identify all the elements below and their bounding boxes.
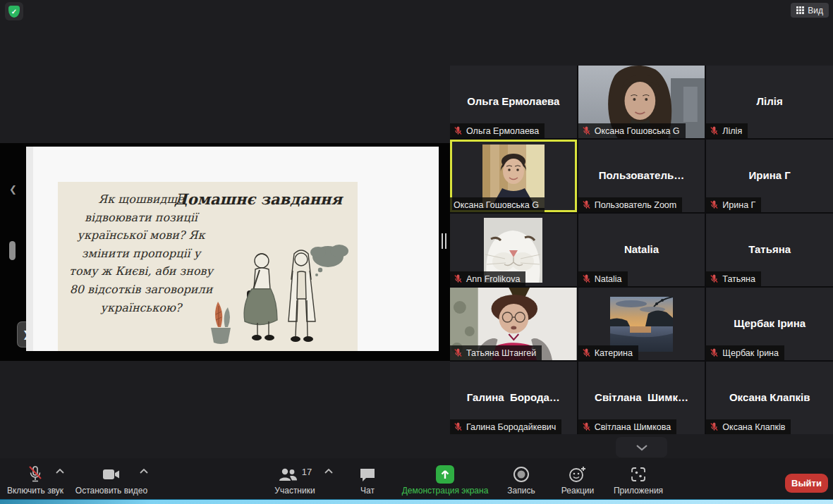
muted-mic-icon [582, 126, 591, 135]
participant-label-text: Щербак Ірина [722, 348, 779, 358]
participant-tile[interactable]: Ann Frolikova [450, 214, 577, 286]
participant-name-label: Оксана Клапків [706, 419, 791, 434]
participant-display-name: Татьяна [706, 243, 833, 255]
participant-tile[interactable]: Галина Борода… Галина Бородайкевич [450, 362, 577, 434]
slide-title: Домашнє завдання [174, 190, 342, 208]
participant-display-name: Щербак Ірина [706, 317, 833, 329]
participant-name-label: Світлана Шимкова [578, 419, 677, 434]
unmute-label: Включить звук [7, 486, 63, 496]
participants-icon [278, 467, 298, 481]
plant-icon [211, 302, 231, 344]
participant-tile[interactable]: Оксана Клапків Оксана Клапків [706, 362, 833, 434]
security-button[interactable]: ✓ [5, 2, 23, 20]
muted-mic-icon [710, 200, 719, 209]
participants-options-chevron-icon[interactable] [324, 469, 333, 474]
participant-tile[interactable]: Татьяна Штангей [450, 288, 577, 360]
apps-label: Приложения [614, 486, 663, 496]
participant-display-name: Ирина Г [706, 169, 833, 181]
participant-display-name: Світлана Шимк… [578, 391, 705, 403]
participant-tile[interactable]: Світлана Шимк… Світлана Шимкова [578, 362, 705, 434]
muted-mic-icon [710, 348, 719, 357]
shared-screen-region: ❮ ❯ Як щошвидше відвоювати позиції украї… [0, 143, 450, 361]
participants-label: Участники [274, 486, 315, 496]
record-icon [513, 466, 530, 483]
zoom-meeting-window: ✓ Вид ❮ ❯ Як щошвидше відвоювати позиції… [0, 0, 833, 504]
apps-button[interactable]: Приложения [604, 465, 673, 496]
participant-tile[interactable]: Катерина [578, 288, 705, 360]
leave-meeting-button[interactable]: Выйти [785, 474, 828, 493]
participants-button[interactable]: 17 Участники [267, 465, 323, 496]
previous-slide-chevron-icon[interactable]: ❮ [9, 184, 17, 195]
thought-bubble-icon [310, 245, 348, 276]
participant-display-name: Пользователь… [578, 169, 705, 181]
panel-resize-handle[interactable] [442, 233, 446, 249]
participant-display-name: Оксана Клапків [706, 391, 833, 403]
muted-mic-icon [710, 274, 719, 283]
slide-card: Як щошвидше відвоювати позиції українськ… [58, 182, 358, 351]
camera-icon [102, 468, 121, 481]
participant-name-label: Галина Бородайкевич [450, 419, 561, 434]
security-shield-icon: ✓ [8, 6, 20, 18]
participant-tile[interactable]: Ольга Ермолаева Ольга Ермолаева [450, 66, 577, 138]
participant-label-text: Пользователь Zoom [595, 200, 677, 210]
participant-name-label: Татьяна [706, 271, 761, 286]
participant-name-label: Оксана Гошовська G [578, 123, 686, 138]
muted-mic-icon [582, 422, 591, 431]
view-button-label: Вид [808, 6, 823, 16]
participant-tile[interactable]: Ирина Г Ирина Г [706, 140, 833, 212]
participant-tile[interactable]: Лілія Лілія [706, 66, 833, 138]
participant-tile[interactable]: Natalia Natalia [578, 214, 705, 286]
share-screen-button[interactable]: Демонстрация экрана [395, 465, 495, 496]
participant-name-label: Ирина Г [706, 197, 761, 212]
view-button[interactable]: Вид [791, 3, 829, 18]
participants-gallery: Ольга Ермолаева Ольга Ермолаева [450, 66, 833, 434]
participant-name-label: Катерина [578, 345, 638, 360]
participant-tile[interactable]: Татьяна Татьяна [706, 214, 833, 286]
share-scrollbar-handle[interactable] [9, 241, 16, 260]
record-label: Запись [507, 486, 535, 496]
muted-mic-icon [710, 126, 719, 135]
participant-label-text: Оксана Клапків [722, 422, 785, 432]
participant-name-label: Ann Frolikova [450, 271, 525, 286]
presentation-page: Як щошвидше відвоювати позиції українськ… [26, 147, 439, 351]
reactions-button[interactable]: Реакции [553, 465, 602, 496]
participants-count: 17 [302, 467, 312, 477]
participant-label-text: Ирина Г [722, 200, 755, 210]
participant-tile[interactable]: Щербак Ірина Щербак Ірина [706, 288, 833, 360]
apps-icon [630, 466, 647, 483]
gallery-grid-icon [796, 6, 804, 14]
participant-display-name: Ольга Ермолаева [450, 95, 577, 107]
participant-tile[interactable]: Оксана Гошовська G [578, 66, 705, 138]
participant-label-text: Галина Бородайкевич [466, 422, 556, 432]
chat-button[interactable]: Чат [347, 465, 388, 496]
reactions-label: Реакции [561, 486, 594, 496]
share-screen-icon [436, 465, 454, 484]
participant-tile-active-speaker[interactable]: Оксана Гошовська G [450, 140, 577, 212]
participant-display-name: Лілія [706, 95, 833, 107]
mic-options-chevron-icon[interactable] [56, 469, 64, 474]
participant-name-label: Щербак Ірина [706, 345, 784, 360]
page-left-gutter [26, 147, 33, 351]
slide-illustration-two-women [204, 235, 352, 348]
muted-mic-icon [454, 274, 463, 283]
participant-name-label: Natalia [578, 271, 628, 286]
participant-display-name: Natalia [578, 243, 705, 255]
muted-mic-icon [454, 348, 463, 357]
chat-bubble-icon [359, 467, 376, 482]
participant-name-label: Оксана Гошовська G [450, 197, 545, 212]
muted-mic-icon [582, 200, 591, 209]
record-button[interactable]: Запись [498, 465, 545, 496]
mic-muted-icon [27, 465, 44, 484]
show-more-participants-button[interactable] [616, 437, 667, 457]
participant-label-text: Оксана Гошовська G [595, 126, 680, 136]
video-options-chevron-icon[interactable] [140, 469, 148, 474]
participant-name-label: Татьяна Штангей [450, 345, 542, 360]
window-bottom-edge-strip [0, 499, 833, 504]
participant-label-text: Natalia [595, 274, 622, 284]
participant-label-text: Ann Frolikova [466, 274, 520, 284]
participant-tile[interactable]: Пользователь… Пользователь Zoom [578, 140, 705, 212]
meeting-toolbar: Включить звук Остановить видео [0, 458, 833, 499]
share-screen-label: Демонстрация экрана [402, 486, 489, 496]
participant-label-text: Світлана Шимкова [595, 422, 671, 432]
participant-name-label: Лілія [706, 123, 748, 138]
